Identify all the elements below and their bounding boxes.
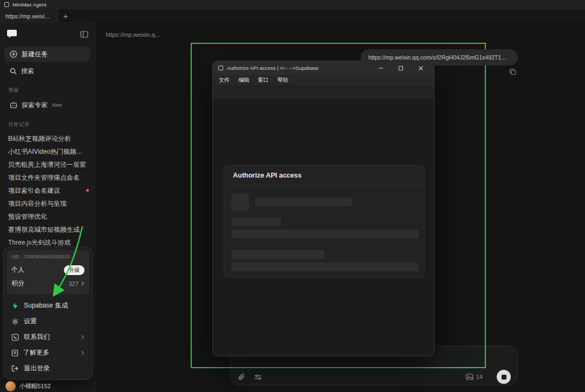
menu-item-settings[interactable]: 设置 — [6, 313, 89, 329]
chevron-right-icon — [81, 335, 84, 339]
app-window: MiniMax Agent https://mp.weixi... + — [0, 0, 585, 392]
task-list: B站秋芝视频评论分析 小红书AIVideo热门视频检测 贝壳租房上海漕河泾一居室… — [0, 132, 95, 249]
stop-button[interactable] — [497, 370, 511, 384]
image-count[interactable]: 14 — [466, 374, 483, 380]
plus-circle-icon — [10, 50, 17, 58]
menu-item-supabase[interactable]: Supabase 集成 — [6, 298, 89, 313]
menu-item-label: 了解更多 — [23, 348, 49, 357]
window-content: Authorize API access — [213, 86, 434, 356]
plan-row: 个人 升级 — [11, 263, 84, 277]
app-title: MiniMax Agent — [12, 2, 46, 8]
new-tab-button[interactable]: + — [58, 9, 73, 23]
skeleton-line — [231, 230, 419, 238]
chevron-right-icon — [81, 350, 84, 355]
experts-section-label: 专家 — [0, 78, 95, 98]
task-item[interactable]: B站秋芝视频评论分析 — [0, 132, 95, 145]
gear-icon — [11, 318, 19, 325]
menu-file[interactable]: 文件 — [219, 76, 230, 84]
tasks-section-label: 任务记录 — [0, 112, 95, 132]
skeleton-line — [231, 263, 419, 271]
skeleton-line — [255, 198, 353, 206]
image-icon — [466, 374, 473, 380]
search-icon — [10, 68, 17, 75]
page-header-strip — [213, 86, 434, 99]
skeleton-line — [231, 250, 324, 259]
user-name: 小螺帽5152 — [20, 382, 50, 390]
points-label: 积分 — [11, 279, 24, 288]
browser-tab[interactable]: https://mp.weixi... — [0, 9, 58, 23]
lightning-icon — [11, 302, 19, 310]
sliders-icon[interactable] — [254, 374, 262, 381]
menu-help[interactable]: 帮助 — [277, 76, 288, 84]
authorize-card: Authorize API access — [224, 165, 425, 278]
menu-item-label: 退出登录 — [24, 364, 50, 373]
main-content: https://mp.weixin.q... https://mp.weixin… — [95, 23, 585, 392]
stop-square-icon — [502, 375, 506, 380]
user-profile-row[interactable]: 小螺帽5152 — [5, 381, 50, 391]
app-icon — [4, 2, 9, 7]
tab-label: https://mp.weixi... — [5, 13, 49, 19]
user-id: UID：335809344641585152 — [11, 254, 84, 260]
skeleton-avatar — [231, 193, 249, 211]
robot-icon — [10, 101, 17, 109]
menu-item-learn-more[interactable]: 了解更多 — [6, 345, 89, 361]
task-item[interactable]: 项目内容分析与呈现 — [0, 197, 95, 210]
phone-icon — [11, 334, 19, 341]
copy-icon[interactable] — [509, 68, 516, 75]
menu-item-label: 联系我们 — [24, 332, 50, 342]
avatar — [5, 381, 16, 391]
authorize-card-title: Authorize API access — [224, 166, 424, 186]
new-task-label: 新建任务 — [22, 50, 48, 59]
account-card: UID：335809344641585152 个人 升级 积分 327 — [6, 250, 89, 295]
chevron-right-icon — [81, 281, 84, 286]
composer-toolbar: 14 — [238, 370, 511, 384]
search-button[interactable]: 搜索 — [4, 64, 90, 78]
menu-item-logout[interactable]: 退出登录 — [6, 361, 89, 376]
points-value: 327 — [69, 280, 79, 287]
task-item[interactable]: 贝壳租房上海漕河泾一居室 — [0, 158, 95, 171]
page-url-text: https://mp.weixin.q... — [106, 31, 160, 38]
new-task-button[interactable]: 新建任务 — [4, 47, 90, 62]
search-label: 搜索 — [21, 67, 34, 76]
logout-icon — [11, 365, 19, 372]
points-row[interactable]: 积分 327 — [11, 277, 84, 290]
task-item[interactable]: 小红书AIVideo热门视频检测 — [0, 145, 95, 158]
sidebar: 新建任务 搜索 专家 探索专家 New 任务记录 B站秋芝视频评论分析 小红书A… — [0, 23, 95, 392]
unread-dot — [86, 189, 89, 192]
menu-item-label: Supabase 集成 — [24, 301, 68, 310]
skeleton-line — [231, 217, 281, 226]
account-popup: UID：335809344641585152 个人 升级 积分 327 — [3, 246, 93, 380]
explore-experts-label: 探索专家 — [22, 101, 48, 110]
menu-window[interactable]: 窗口 — [258, 76, 269, 84]
os-titlebar: MiniMax Agent — [0, 0, 585, 9]
window-app-icon — [218, 66, 223, 70]
plan-label: 个人 — [11, 265, 24, 275]
menu-item-contact[interactable]: 联系我们 — [6, 329, 89, 345]
sidebar-item-explore-experts[interactable]: 探索专家 New — [4, 98, 90, 112]
task-item[interactable]: 项目文件夹管理痛点命名 — [0, 171, 95, 184]
task-item[interactable]: 赛博朋克城市短视频生成 — [0, 223, 95, 236]
image-count-value: 14 — [476, 374, 483, 380]
collapse-sidebar-icon[interactable] — [80, 31, 88, 38]
menu-edit[interactable]: 编辑 — [238, 76, 249, 84]
url-pill[interactable]: https://mp.weixin.qq.com/s/I2RgH04J2l5mG… — [361, 49, 518, 66]
task-item[interactable]: 预设管理优化 — [0, 210, 95, 223]
attachment-icon[interactable] — [238, 373, 245, 381]
menu-item-label: 设置 — [24, 317, 37, 326]
window-menubar: 文件 编辑 窗口 帮助 — [213, 75, 434, 86]
upgrade-button[interactable]: 升级 — [64, 265, 84, 275]
task-item[interactable]: 项目索引命名建议 — [0, 184, 95, 197]
chat-bubble-logo-icon — [6, 29, 17, 39]
tab-bar: https://mp.weixi... + — [0, 9, 585, 23]
new-badge: New — [52, 102, 62, 108]
authorize-window: Authorize API access | <!-- -->Supabase … — [212, 61, 434, 356]
document-icon — [11, 349, 18, 357]
window-title: Authorize API access | <!-- -->Supabase — [227, 65, 369, 71]
